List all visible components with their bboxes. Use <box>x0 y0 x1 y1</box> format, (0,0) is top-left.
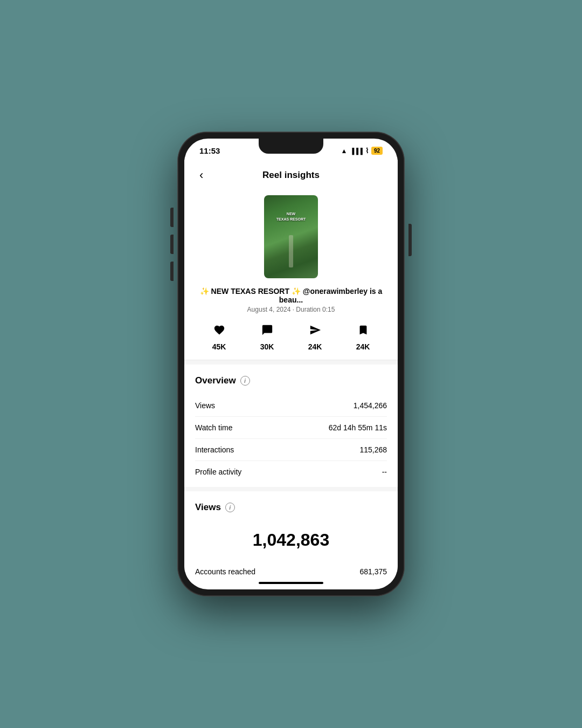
page-header: ‹ Reel insights <box>184 160 398 191</box>
reel-thumbnail[interactable]: NEW TEXAS RESORT <box>264 195 318 278</box>
status-time: 11:53 <box>199 146 220 155</box>
overview-title: Overview <box>195 375 236 386</box>
comments-stat: 30K <box>260 324 274 351</box>
signal-icon: ▐▐▐ <box>350 148 362 154</box>
notch <box>259 139 323 154</box>
heart-icon <box>213 324 225 339</box>
status-icons: ▲ ▐▐▐ ⌇ 92 <box>341 147 383 155</box>
saves-stat: 24K <box>356 324 370 351</box>
likes-value: 45K <box>212 342 226 351</box>
content-area: ‹ Reel insights NEW TEXAS RESORT ✨ NEW T… <box>184 160 398 583</box>
shares-value: 24K <box>308 342 322 351</box>
metric-label-watchtime: Watch time <box>195 423 233 432</box>
overview-info-icon[interactable]: i <box>240 376 250 386</box>
reel-road-visual <box>289 235 293 267</box>
views-header: Views i <box>195 502 387 513</box>
metric-label-profile-activity: Profile activity <box>195 468 241 476</box>
metric-row-watchtime: Watch time 62d 14h 55m 11s <box>195 417 387 439</box>
section-divider-2 <box>184 487 398 491</box>
back-button[interactable]: ‹ <box>195 166 207 184</box>
metric-row-profile-activity: Profile activity -- <box>195 461 387 483</box>
metric-value-watchtime: 62d 14h 55m 11s <box>329 423 387 432</box>
saves-value: 24K <box>356 342 370 351</box>
caption-area: ✨ NEW TEXAS RESORT ✨ @onerawimberley is … <box>184 287 398 315</box>
wifi-icon: ⌇ <box>365 147 369 155</box>
section-divider-1 <box>184 360 398 365</box>
overview-section: Overview i Views 1,454,266 Watch time 62… <box>184 365 398 487</box>
views-section: Views i 1,042,863 Accounts reached 681,3… <box>184 491 398 583</box>
views-big-number: 1,042,863 <box>195 521 387 561</box>
shares-stat: 24K <box>308 324 322 351</box>
reel-overlay-text: NEW TEXAS RESORT <box>276 211 306 222</box>
metric-value-interactions: 115,268 <box>359 445 387 454</box>
battery-badge: 92 <box>371 147 383 155</box>
accounts-reached-value: 681,375 <box>359 567 387 576</box>
comments-value: 30K <box>260 342 274 351</box>
metric-value-views: 1,454,266 <box>354 401 387 410</box>
comment-icon <box>261 324 273 339</box>
metric-value-profile-activity: -- <box>382 468 387 476</box>
metric-row-views: Views 1,454,266 <box>195 395 387 417</box>
accounts-reached-label: Accounts reached <box>195 567 255 576</box>
page-title: Reel insights <box>262 170 320 181</box>
share-icon <box>309 324 321 339</box>
overview-header: Overview i <box>195 375 387 386</box>
views-info-icon[interactable]: i <box>225 503 235 512</box>
phone-screen: 11:53 ▲ ▐▐▐ ⌇ 92 ‹ Reel insights NEW TEX… <box>184 139 398 589</box>
metric-label-views: Views <box>195 401 215 410</box>
reel-thumbnail-container: NEW TEXAS RESORT <box>184 191 398 287</box>
home-indicator <box>259 582 323 584</box>
views-title: Views <box>195 502 221 513</box>
metric-row-interactions: Interactions 115,268 <box>195 439 387 461</box>
accounts-reached-row: Accounts reached 681,375 <box>195 561 387 582</box>
reel-caption: ✨ NEW TEXAS RESORT ✨ @onerawimberley is … <box>195 287 387 304</box>
metric-label-interactions: Interactions <box>195 445 234 454</box>
phone-frame: 11:53 ▲ ▐▐▐ ⌇ 92 ‹ Reel insights NEW TEX… <box>178 132 404 596</box>
engagement-stats-row: 45K 30K <box>184 315 398 360</box>
bookmark-icon <box>357 324 369 339</box>
likes-stat: 45K <box>212 324 226 351</box>
reel-meta: August 4, 2024 · Duration 0:15 <box>195 306 387 313</box>
location-icon: ▲ <box>341 147 348 155</box>
